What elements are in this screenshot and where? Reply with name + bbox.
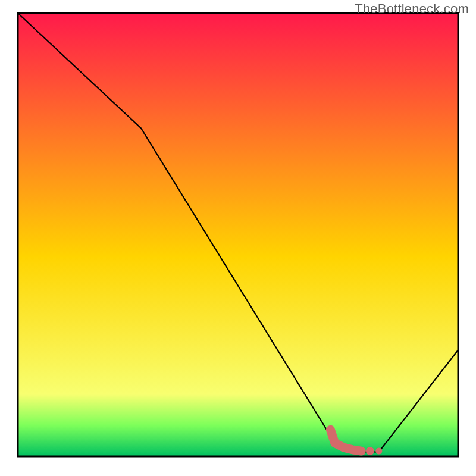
highlight-dot xyxy=(375,448,382,455)
watermark-text: TheBottleneck.com xyxy=(355,1,469,17)
chart-stage: TheBottleneck.com xyxy=(0,0,476,476)
plot-background xyxy=(18,13,458,456)
chart-svg xyxy=(0,0,476,476)
highlight-dot xyxy=(366,447,374,455)
